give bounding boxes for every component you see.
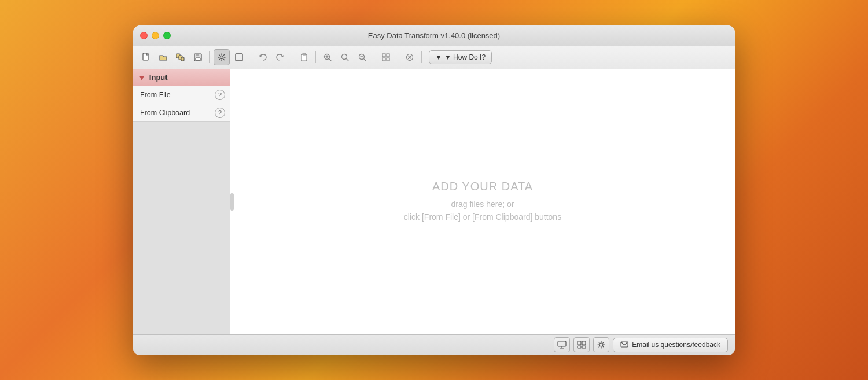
redo-icon[interactable] <box>272 49 288 65</box>
how-do-i-label: ▼ How Do I? <box>444 53 486 61</box>
svg-rect-31 <box>582 341 586 345</box>
svg-rect-33 <box>582 346 586 348</box>
separator-6 <box>398 51 398 63</box>
svg-rect-20 <box>382 54 385 57</box>
open-recent-icon[interactable] <box>172 49 189 65</box>
save-icon[interactable] <box>190 49 206 65</box>
crop-icon[interactable] <box>231 49 247 65</box>
separator-7 <box>421 51 422 63</box>
how-do-i-arrow: ▼ <box>435 53 442 61</box>
email-button-label: Email us questions/feedback <box>632 341 720 349</box>
svg-line-40 <box>603 346 604 347</box>
email-icon <box>620 341 628 349</box>
svg-line-41 <box>603 342 604 343</box>
placeholder-line1: drag files here; or <box>404 198 561 211</box>
maximize-button[interactable] <box>163 32 171 39</box>
svg-line-42 <box>599 346 599 347</box>
zoom-in-icon[interactable] <box>319 49 336 65</box>
close-transform-icon[interactable] <box>402 49 418 65</box>
minimize-button[interactable] <box>152 32 159 39</box>
status-bar: Email us questions/feedback <box>133 334 735 355</box>
placeholder-line2: click [From File] or [From Clipboard] bu… <box>404 211 561 223</box>
from-clipboard-help-icon[interactable]: ? <box>215 108 225 118</box>
application-window: Easy Data Transform v1.40.0 (licensed) <box>133 25 735 355</box>
toolbar: ▼ ▼ How Do I? <box>133 46 735 69</box>
title-bar: Easy Data Transform v1.40.0 (licensed) <box>133 25 735 46</box>
svg-rect-27 <box>558 341 566 346</box>
main-content: ▼ Input From File ? From Clipboard ? ADD… <box>133 69 735 334</box>
svg-point-34 <box>599 343 603 346</box>
resize-handle[interactable] <box>230 193 234 211</box>
canvas-placeholder: ADD YOUR DATA drag files here; or click … <box>404 180 561 224</box>
separator-2 <box>251 51 251 63</box>
from-file-item[interactable]: From File ? <box>133 86 230 104</box>
zoom-fit-icon[interactable] <box>337 49 353 65</box>
svg-rect-6 <box>196 58 200 60</box>
email-button[interactable]: Email us questions/feedback <box>613 338 728 352</box>
from-clipboard-item[interactable]: From Clipboard ? <box>133 104 230 122</box>
theme-icon[interactable] <box>593 337 609 352</box>
left-panel: ▼ Input From File ? From Clipboard ? <box>133 69 230 334</box>
close-button[interactable] <box>140 32 148 39</box>
svg-rect-10 <box>303 53 306 55</box>
separator-4 <box>315 51 316 63</box>
svg-rect-23 <box>387 58 389 61</box>
svg-rect-5 <box>196 54 199 56</box>
svg-line-19 <box>364 59 366 61</box>
svg-rect-8 <box>236 54 242 61</box>
svg-rect-9 <box>301 54 307 61</box>
from-file-label: From File <box>140 91 171 99</box>
input-collapse-arrow[interactable]: ▼ <box>138 73 146 82</box>
zoom-out-icon[interactable] <box>354 49 370 65</box>
svg-rect-30 <box>578 341 581 345</box>
svg-rect-32 <box>578 346 581 348</box>
placeholder-title: ADD YOUR DATA <box>404 180 561 193</box>
traffic-lights <box>140 32 171 39</box>
svg-line-14 <box>329 59 332 61</box>
from-clipboard-label: From Clipboard <box>140 109 190 117</box>
svg-line-39 <box>599 342 599 343</box>
gear-icon[interactable] <box>214 49 230 65</box>
undo-icon[interactable] <box>255 49 271 65</box>
svg-rect-22 <box>382 58 385 61</box>
separator-5 <box>374 51 374 63</box>
canvas-area[interactable]: ADD YOUR DATA drag files here; or click … <box>230 69 735 334</box>
layout-icon[interactable] <box>573 337 590 352</box>
svg-rect-21 <box>387 54 389 57</box>
window-title: Easy Data Transform v1.40.0 (licensed) <box>368 31 500 40</box>
svg-line-16 <box>347 59 349 61</box>
from-file-help-icon[interactable]: ? <box>215 90 225 100</box>
separator-3 <box>292 51 292 63</box>
separator-1 <box>209 51 210 63</box>
svg-point-7 <box>220 56 223 59</box>
clipboard-icon[interactable] <box>296 49 312 65</box>
how-do-i-button[interactable]: ▼ ▼ How Do I? <box>429 50 492 64</box>
svg-rect-3 <box>181 57 184 61</box>
grid-icon[interactable] <box>378 49 394 65</box>
open-folder-icon[interactable] <box>155 49 171 65</box>
monitor-icon[interactable] <box>554 337 570 352</box>
left-panel-header: ▼ Input <box>133 69 230 86</box>
input-header-title: Input <box>149 73 168 82</box>
new-document-icon[interactable] <box>138 49 154 65</box>
